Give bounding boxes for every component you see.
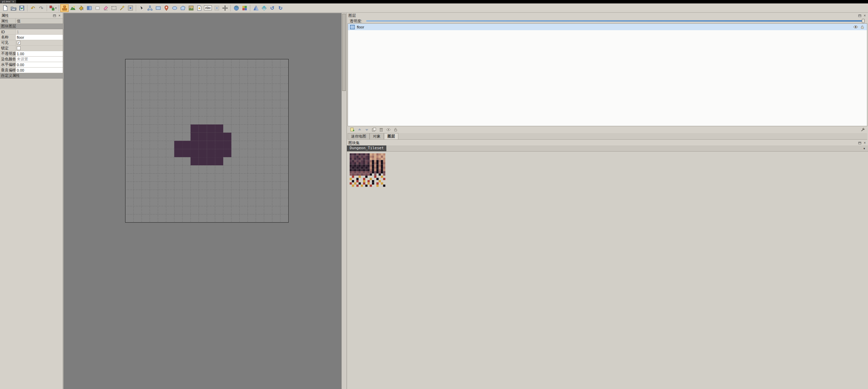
raise-layer-icon — [357, 127, 362, 132]
property-row: 染色颜色未设置 — [0, 57, 63, 62]
opacity-slider[interactable] — [366, 20, 865, 22]
duplicate-layer-button[interactable] — [371, 127, 377, 132]
layer-lock-icon[interactable] — [860, 25, 865, 29]
dropdown-arrow-icon[interactable]: ▾ — [55, 7, 57, 10]
dock-close-icon[interactable]: × — [863, 14, 867, 17]
dock-tab-迷你地图[interactable]: 迷你地图 — [348, 133, 370, 139]
automapping-button[interactable] — [240, 4, 249, 12]
property-label: 名称 — [0, 35, 16, 40]
insert-template-button[interactable] — [195, 4, 203, 12]
map-canvas-area[interactable] — [63, 13, 341, 389]
insert-rectangle-icon — [155, 5, 161, 11]
shape-fill-button[interactable] — [85, 4, 93, 12]
rotate-left-button[interactable]: ↺ — [268, 4, 276, 12]
world-button[interactable] — [232, 4, 240, 12]
property-value[interactable]: 1.00 — [16, 51, 63, 56]
lower-layer-button[interactable] — [363, 127, 370, 132]
painted-tile — [207, 133, 215, 141]
tileset-titlebar: 图块集 × — [347, 140, 868, 145]
layer-name: floor — [357, 25, 851, 29]
layer-toolbar — [348, 127, 867, 133]
same-tile-select-icon — [128, 5, 133, 11]
tileset-view[interactable] — [347, 152, 868, 389]
stamp-brush-button[interactable] — [60, 4, 69, 12]
tileset-image[interactable] — [350, 153, 385, 188]
save-map-icon — [19, 5, 25, 11]
insert-polygon-button[interactable] — [179, 4, 187, 12]
undo-button[interactable]: ↶ — [29, 4, 37, 12]
rect-select-button[interactable] — [110, 4, 118, 12]
锁定-checkbox[interactable] — [17, 46, 21, 50]
flip-vertical-button[interactable] — [260, 4, 268, 12]
offset-layers-button[interactable] — [221, 4, 229, 12]
save-map-button[interactable] — [17, 4, 26, 12]
painted-tile — [207, 125, 215, 133]
insert-point-button[interactable] — [162, 4, 170, 12]
white-eraser-button[interactable] — [93, 4, 101, 12]
raise-layer-button[interactable] — [356, 127, 363, 132]
property-row: 锁定 — [0, 46, 63, 51]
execute-command-button[interactable]: ▾ — [48, 4, 57, 12]
tileset-dropdown-icon[interactable]: ▾ — [862, 146, 867, 151]
flip-horizontal-button[interactable] — [252, 4, 260, 12]
document-tab[interactable]: p1.tmx × — [0, 0, 16, 3]
scrollbar-thumb[interactable] — [342, 14, 346, 91]
capture-stamp-button[interactable] — [213, 4, 221, 12]
insert-tile-button[interactable] — [187, 4, 195, 12]
可见-checkbox[interactable]: ✓ — [17, 41, 21, 45]
layer-visibility-icon[interactable] — [853, 25, 858, 29]
layer-row[interactable]: floor — [348, 24, 867, 30]
bucket-fill-button[interactable] — [77, 4, 85, 12]
bucket-fill-icon — [78, 5, 84, 11]
capture-stamp-icon — [214, 5, 220, 11]
layer-settings-button[interactable] — [859, 127, 866, 132]
tileset-tab-bar: Dungeon_Tileset ▾ — [347, 145, 868, 152]
rotate-right-button[interactable]: ↻ — [276, 4, 285, 12]
rotate-left-icon: ↺ — [270, 5, 275, 11]
canvas-vertical-scrollbar[interactable] — [341, 13, 346, 389]
property-value[interactable]: 0.00 — [16, 62, 63, 67]
tileset-pixels[interactable] — [350, 153, 385, 187]
properties-table: 图块图层ID1名称floor可见✓锁定不透明度1.00染色颜色未设置水平偏移0.… — [0, 24, 63, 79]
show-hide-layers-button[interactable] — [385, 127, 391, 132]
lock-unlock-layers-button[interactable] — [392, 127, 399, 132]
dock-tab-图层[interactable]: 图层 — [384, 133, 398, 139]
dock-tab-对象[interactable]: 对象 — [370, 133, 384, 139]
select-objects-button[interactable] — [137, 4, 146, 12]
property-value[interactable]: ✓ — [16, 40, 63, 45]
painted-tile — [174, 141, 182, 149]
map-view[interactable] — [125, 59, 289, 223]
dock-float-icon[interactable] — [858, 14, 861, 17]
insert-ellipse-button[interactable] — [170, 4, 179, 12]
redo-button[interactable]: ↷ — [37, 4, 45, 12]
property-row: 可见✓ — [0, 40, 63, 46]
property-value[interactable]: 未设置 — [16, 57, 63, 62]
opacity-slider-handle[interactable] — [862, 19, 865, 23]
edit-polygons-button[interactable] — [146, 4, 154, 12]
magic-wand-button[interactable] — [118, 4, 126, 12]
map-grid[interactable] — [125, 59, 289, 223]
remove-layer-button[interactable] — [378, 127, 384, 132]
same-tile-select-button[interactable] — [126, 4, 134, 12]
insert-text-button[interactable]: Abc — [203, 4, 213, 12]
new-layer-icon — [350, 127, 355, 132]
open-map-button[interactable] — [9, 4, 17, 12]
property-value[interactable] — [16, 46, 63, 51]
layer-settings-icon — [860, 127, 865, 132]
flip-horizontal-icon — [253, 5, 259, 11]
insert-rectangle-button[interactable] — [154, 4, 162, 12]
terrain-brush-button[interactable] — [69, 4, 77, 12]
new-map-button[interactable] — [1, 4, 9, 12]
eraser-icon — [103, 5, 109, 11]
dock-close-icon[interactable]: × — [863, 141, 867, 145]
new-layer-button[interactable] — [349, 127, 355, 132]
property-value[interactable]: 0.00 — [16, 68, 63, 73]
eraser-button[interactable] — [101, 4, 110, 12]
tab-close-icon[interactable]: × — [12, 0, 14, 3]
dock-float-icon[interactable] — [52, 14, 56, 17]
open-map-icon — [11, 5, 16, 11]
dock-float-icon[interactable] — [858, 141, 861, 145]
property-value[interactable]: floor — [16, 35, 63, 40]
dock-close-icon[interactable]: × — [58, 14, 61, 17]
tileset-tab[interactable]: Dungeon_Tileset — [347, 145, 386, 151]
